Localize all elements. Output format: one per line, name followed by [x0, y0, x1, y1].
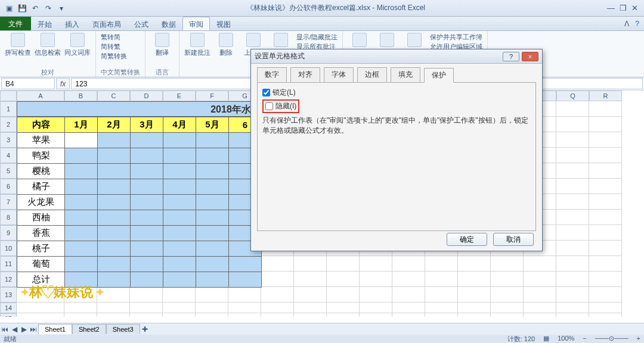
- row-label[interactable]: 苹果: [17, 133, 65, 148]
- col-header[interactable]: F: [196, 91, 228, 101]
- fx-icon[interactable]: fx: [56, 78, 70, 89]
- col-header[interactable]: A: [17, 91, 64, 101]
- locked-checkbox-row[interactable]: 锁定(L): [262, 88, 531, 98]
- table-cell[interactable]: [196, 241, 229, 257]
- row-header[interactable]: 9: [0, 225, 17, 241]
- row-label[interactable]: 橘子: [17, 179, 65, 195]
- table-cell[interactable]: [131, 241, 163, 257]
- table-cell[interactable]: [65, 179, 98, 195]
- dlg-tab-border[interactable]: 边框: [357, 67, 387, 82]
- table-cell[interactable]: [163, 164, 196, 179]
- table-cell[interactable]: [229, 257, 262, 272]
- table-cell[interactable]: [131, 210, 163, 226]
- table-cell[interactable]: [98, 179, 131, 195]
- col-header[interactable]: C: [97, 91, 130, 101]
- tab-nav-next[interactable]: ▶: [19, 325, 29, 333]
- table-cell[interactable]: [98, 226, 131, 241]
- table-cell[interactable]: [163, 195, 196, 210]
- table-cell[interactable]: [98, 210, 131, 226]
- spellcheck-button[interactable]: 拼写检查: [5, 33, 31, 57]
- table-cell[interactable]: [229, 272, 262, 288]
- table-cell[interactable]: [196, 133, 229, 148]
- cancel-button[interactable]: 取消: [493, 233, 534, 246]
- new-sheet-icon[interactable]: ✚: [140, 325, 150, 333]
- zoom-slider[interactable]: ───⊙───: [595, 335, 628, 344]
- col-header[interactable]: B: [64, 91, 97, 101]
- table-cell[interactable]: [196, 272, 229, 288]
- table-cell[interactable]: [196, 148, 229, 164]
- undo-icon[interactable]: ↶: [30, 3, 41, 14]
- zoom-in-icon[interactable]: +: [637, 335, 640, 344]
- minimize-ribbon-icon[interactable]: ᐱ: [624, 20, 629, 28]
- table-cell[interactable]: [196, 164, 229, 179]
- row-label[interactable]: 香蕉: [17, 226, 65, 241]
- row-label[interactable]: 火龙果: [17, 195, 65, 210]
- tab-data[interactable]: 数据: [155, 17, 182, 30]
- close-icon[interactable]: ✕: [631, 4, 638, 13]
- dlg-tab-protection[interactable]: 保护: [424, 68, 454, 83]
- protect-share[interactable]: 保护并共享工作簿: [430, 33, 482, 42]
- row-header[interactable]: 4: [0, 148, 17, 163]
- tab-formulas[interactable]: 公式: [128, 17, 155, 30]
- chinese-convert[interactable]: 简繁转换: [101, 52, 127, 61]
- table-cell[interactable]: [131, 195, 163, 210]
- zoom-level[interactable]: 100%: [558, 335, 574, 344]
- table-cell[interactable]: [131, 164, 163, 179]
- row-header[interactable]: 11: [0, 256, 17, 272]
- table-cell[interactable]: [131, 133, 163, 148]
- row-label[interactable]: 西柚: [17, 210, 65, 226]
- tab-page-layout[interactable]: 页面布局: [86, 17, 128, 30]
- row-header[interactable]: 6: [0, 179, 17, 194]
- row-label[interactable]: 桃子: [17, 241, 65, 257]
- table-cell[interactable]: [163, 179, 196, 195]
- sheet-tab-2[interactable]: Sheet2: [72, 324, 106, 334]
- thesaurus-button[interactable]: 同义词库: [64, 33, 91, 57]
- table-cell[interactable]: [65, 195, 98, 210]
- table-cell[interactable]: [65, 257, 98, 272]
- redo-icon[interactable]: ↷: [43, 3, 54, 14]
- file-tab[interactable]: 文件: [0, 17, 31, 30]
- tab-home[interactable]: 开始: [31, 17, 58, 30]
- tab-view[interactable]: 视图: [210, 17, 237, 30]
- table-cell[interactable]: [196, 210, 229, 226]
- dialog-titlebar[interactable]: 设置单元格格式 ? ×: [251, 49, 542, 64]
- col-header[interactable]: E: [163, 91, 196, 101]
- table-cell[interactable]: [98, 195, 131, 210]
- table-cell[interactable]: [163, 226, 196, 241]
- minimize-icon[interactable]: —: [607, 4, 615, 13]
- table-cell[interactable]: [163, 241, 196, 257]
- simp-to-trad[interactable]: 简转繁: [101, 42, 127, 51]
- table-cell[interactable]: [98, 133, 131, 148]
- dlg-tab-alignment[interactable]: 对齐: [290, 67, 320, 82]
- col-header[interactable]: D: [130, 91, 163, 101]
- table-cell[interactable]: [131, 272, 163, 288]
- table-cell[interactable]: [163, 148, 196, 164]
- row-header[interactable]: 3: [0, 132, 17, 148]
- dialog-help-icon[interactable]: ?: [503, 52, 519, 61]
- table-cell[interactable]: [65, 226, 98, 241]
- row-header[interactable]: 10: [0, 241, 17, 256]
- col-header[interactable]: R: [589, 91, 622, 101]
- dlg-tab-number[interactable]: 数字: [257, 67, 287, 82]
- table-cell[interactable]: [65, 148, 98, 164]
- table-cell[interactable]: [163, 257, 196, 272]
- tab-insert[interactable]: 插入: [58, 17, 86, 30]
- sheet-tab-1[interactable]: Sheet1: [38, 324, 72, 334]
- restore-icon[interactable]: ❐: [620, 4, 627, 13]
- row-label[interactable]: 鸭梨: [17, 148, 65, 164]
- tab-nav-prev[interactable]: ◀: [10, 325, 19, 333]
- row-header[interactable]: 5: [0, 163, 17, 179]
- row-label[interactable]: 葡萄: [17, 257, 65, 272]
- table-cell[interactable]: [196, 179, 229, 195]
- row-header[interactable]: 13: [0, 287, 17, 303]
- ok-button[interactable]: 确定: [447, 233, 487, 246]
- hidden-checkbox[interactable]: [265, 102, 273, 110]
- table-cell[interactable]: [98, 164, 131, 179]
- row-header[interactable]: 7: [0, 194, 17, 210]
- research-button[interactable]: 信息检索: [35, 33, 61, 57]
- table-cell[interactable]: [65, 210, 98, 226]
- locked-checkbox[interactable]: [262, 89, 270, 96]
- zoom-out-icon[interactable]: −: [583, 335, 586, 344]
- table-cell[interactable]: [98, 148, 131, 164]
- table-cell[interactable]: [98, 257, 131, 272]
